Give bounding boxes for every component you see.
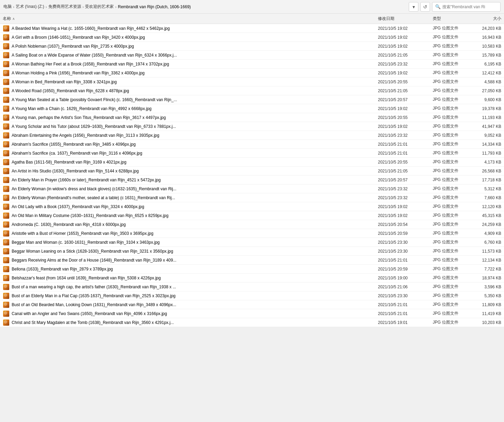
file-type: JPG 位图文件 bbox=[433, 34, 467, 40]
table-row[interactable]: Beggar Man and Woman (c. 1630-1631)_Remb… bbox=[0, 238, 504, 247]
breadcrumb-sep-0: › bbox=[13, 5, 14, 9]
file-date: 2021/10/5 23:30 bbox=[378, 293, 433, 298]
table-row[interactable]: A Young man, perhaps the Artist's Son Ti… bbox=[0, 113, 504, 122]
table-row[interactable]: A Woman Holding a Pink (1656)_Rembrandt … bbox=[0, 69, 504, 77]
file-size: 17,718 KB bbox=[467, 178, 501, 182]
file-size: 11,573 KB bbox=[467, 249, 501, 254]
table-row[interactable]: Abraham Entertaining the Angels (1656)_R… bbox=[0, 131, 504, 140]
file-date: 2021/10/5 19:00 bbox=[378, 276, 433, 280]
file-name: A Polish Nobleman (1637)_Rembrandt van R… bbox=[12, 44, 378, 49]
breadcrumb-popular[interactable]: 受欢迎的艺术家 bbox=[85, 4, 114, 10]
title-bar-actions: ▾ ↺ 🔍 bbox=[409, 2, 501, 12]
file-name: A Young Scholar and his Tutor (about 162… bbox=[12, 124, 378, 129]
file-size: 10,583 KB bbox=[467, 44, 501, 49]
file-date: 2021/10/5 21:01 bbox=[378, 151, 433, 156]
file-name: An Old Man in Military Costume (1630–163… bbox=[12, 213, 378, 218]
search-box[interactable]: 🔍 bbox=[432, 2, 501, 12]
table-row[interactable]: A Polish Nobleman (1637)_Rembrandt van R… bbox=[0, 42, 504, 51]
table-row[interactable]: Bust of an Elderly Man in a Flat Cap (16… bbox=[0, 291, 504, 300]
file-name: Beggar Man and Woman (c. 1630-1631)_Remb… bbox=[12, 240, 378, 245]
file-type: JPG 位图文件 bbox=[433, 52, 467, 58]
file-icon bbox=[3, 61, 10, 68]
file-type: JPG 位图文件 bbox=[433, 293, 467, 299]
file-date: 2021/10/5 20:55 bbox=[378, 160, 433, 165]
file-icon bbox=[3, 221, 10, 228]
col-header-type[interactable]: 类型 bbox=[433, 16, 467, 22]
file-icon bbox=[3, 301, 10, 308]
breadcrumb-art[interactable]: 免费商用艺术资源 bbox=[48, 4, 81, 10]
table-row[interactable]: An Old Man in Military Costume (1630–163… bbox=[0, 211, 504, 220]
file-icon bbox=[3, 114, 10, 121]
file-name: Canal with an Angler and Two Swans (1650… bbox=[12, 311, 378, 316]
table-row[interactable]: A Wooded Road (1650)_Rembrandt van Rijn_… bbox=[0, 86, 504, 95]
file-date: 2021/10/5 20:59 bbox=[378, 267, 433, 272]
table-row[interactable]: A Young Man Seated at a Table (possibly … bbox=[0, 95, 504, 104]
breadcrumb-current: Rembrandt van Rijn (Dutch, 1606-1669) bbox=[118, 4, 191, 9]
table-row[interactable]: An Old Lady with a Book (1637)_Rembrandt… bbox=[0, 202, 504, 211]
file-name: Bust of a man wearing a high cap, the ar… bbox=[12, 285, 378, 289]
file-size: 4,909 KB bbox=[467, 231, 501, 236]
table-row[interactable]: An Elderly Woman (in widow's dress and b… bbox=[0, 184, 504, 193]
table-row[interactable]: Abraham's Sacrifice (ca. 1637)_Rembrandt… bbox=[0, 149, 504, 158]
table-row[interactable]: An Elderly Woman (Rembrandt's mother, se… bbox=[0, 193, 504, 202]
file-type: JPG 位图文件 bbox=[433, 88, 467, 94]
refresh-button[interactable]: ↺ bbox=[420, 2, 430, 12]
file-size: 24,259 KB bbox=[467, 222, 501, 227]
table-row[interactable]: Bellona (1633)_Rembrandt van Rijn_2879 x… bbox=[0, 265, 504, 274]
file-size: 3,596 KB bbox=[467, 285, 501, 289]
file-type: JPG 位图文件 bbox=[433, 248, 467, 254]
file-type: JPG 位图文件 bbox=[433, 195, 467, 201]
table-row[interactable]: A Young Man with a Chain (c. 1629)_Rembr… bbox=[0, 104, 504, 113]
table-row[interactable]: An Elderly Man in Prayer (1660s or later… bbox=[0, 176, 504, 184]
file-size: 24,203 KB bbox=[467, 26, 501, 31]
file-icon bbox=[3, 150, 10, 157]
table-row[interactable]: Beggars Receiving Alms at the Door of a … bbox=[0, 256, 504, 265]
table-row[interactable]: Beggar Woman Leaning on a Stick (1628-16… bbox=[0, 247, 504, 256]
table-row[interactable]: Christ and St Mary Magdalen at the Tomb … bbox=[0, 318, 504, 327]
search-input[interactable] bbox=[442, 4, 497, 9]
table-row[interactable]: A Sailing Boat on a Wide Expanse of Wate… bbox=[0, 51, 504, 60]
col-header-date[interactable]: 修改日期 bbox=[378, 16, 433, 22]
table-row[interactable]: A Woman Bathing Her Feet at a Brook (165… bbox=[0, 60, 504, 69]
file-date: 2021/10/5 19:02 bbox=[378, 71, 433, 75]
file-date: 2021/10/5 19:02 bbox=[378, 106, 433, 111]
file-type: JPG 位图文件 bbox=[433, 79, 467, 85]
chevron-down-button[interactable]: ▾ bbox=[409, 2, 418, 12]
table-row[interactable]: A Bearded Man Wearing a Hat (c. 1655-166… bbox=[0, 24, 504, 33]
table-row[interactable]: A Woman in Bed_Rembrandt van Rijn_3308 x… bbox=[0, 77, 504, 86]
file-size: 12,412 KB bbox=[467, 71, 501, 75]
table-row[interactable]: Agatha Bas (1611-58)_Rembrandt van Rijn_… bbox=[0, 158, 504, 167]
table-row[interactable]: Canal with an Angler and Two Swans (1650… bbox=[0, 309, 504, 318]
file-size: 11,793 KB bbox=[467, 151, 501, 156]
breadcrumb-drive[interactable]: 艺术 (\\nas) (Z:) bbox=[16, 4, 44, 10]
file-size: 27,050 KB bbox=[467, 88, 501, 93]
table-row[interactable]: A Girl with a Broom (1646-1651)_Rembrand… bbox=[0, 33, 504, 42]
sort-arrow: ∧ bbox=[12, 17, 15, 21]
table-row[interactable]: Andromeda (C. 1630)_Rembrandt van Rijn_4… bbox=[0, 220, 504, 229]
file-date: 2021/10/5 23:32 bbox=[378, 186, 433, 191]
file-icon bbox=[3, 292, 10, 299]
file-size: 11,419 KB bbox=[467, 311, 501, 316]
col-header-name[interactable]: 名称 ∧ bbox=[3, 16, 378, 22]
col-header-size[interactable]: 大小 bbox=[467, 16, 501, 22]
file-date: 2021/10/5 19:02 bbox=[378, 35, 433, 40]
table-row[interactable]: Belshazzar's feast (from 1634 until 1639… bbox=[0, 274, 504, 282]
search-icon: 🔍 bbox=[435, 4, 441, 9]
table-row[interactable]: Aristotle with a Bust of Homer (1653)_Re… bbox=[0, 229, 504, 238]
table-row[interactable]: Abraham's Sacrifice (1655)_Rembrandt van… bbox=[0, 140, 504, 149]
file-icon bbox=[3, 177, 10, 183]
file-name: A Bearded Man Wearing a Hat (c. 1655-166… bbox=[12, 26, 378, 31]
file-name: A Sailing Boat on a Wide Expanse of Wate… bbox=[12, 53, 378, 58]
file-date: 2021/10/5 21:05 bbox=[378, 169, 433, 173]
breadcrumb-pc[interactable]: 电脑 bbox=[3, 4, 12, 10]
file-name: Beggars Receiving Alms at the Door of a … bbox=[12, 258, 378, 263]
file-date: 2021/10/5 20:55 bbox=[378, 80, 433, 84]
table-row[interactable]: A Young Scholar and his Tutor (about 162… bbox=[0, 122, 504, 131]
file-name: Bust of an Old Bearded Man, Looking Down… bbox=[12, 302, 378, 307]
file-name: Agatha Bas (1611-58)_Rembrandt van Rijn_… bbox=[12, 160, 378, 165]
table-row[interactable]: Bust of a man wearing a high cap, the ar… bbox=[0, 282, 504, 291]
file-date: 2021/10/5 20:54 bbox=[378, 222, 433, 227]
file-name: A Woman in Bed_Rembrandt van Rijn_3308 x… bbox=[12, 80, 378, 84]
table-row[interactable]: An Artist in His Studio (1630)_Rembrandt… bbox=[0, 167, 504, 176]
table-row[interactable]: Bust of an Old Bearded Man, Looking Down… bbox=[0, 300, 504, 309]
